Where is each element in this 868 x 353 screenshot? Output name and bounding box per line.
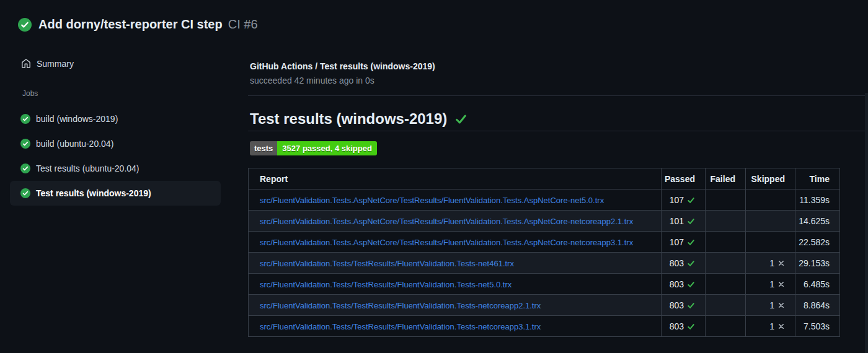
column-header-failed: Failed	[706, 168, 746, 190]
home-icon	[21, 59, 31, 69]
sidebar-job-4[interactable]: Test results (windows-2019)	[10, 181, 221, 206]
table-header-row: ReportPassedFailedSkippedTime	[249, 168, 840, 190]
check-run-subtitle: succeeded 42 minutes ago in 0s	[250, 76, 374, 85]
passed-cell: 803	[662, 316, 706, 337]
skipped-cell: 1	[746, 274, 795, 295]
failed-cell	[706, 190, 746, 211]
job-label: Test results (windows-2019)	[36, 188, 151, 198]
skipped-count: 1	[769, 258, 785, 268]
job-label: build (windows-2019)	[36, 114, 118, 124]
report-cell: src/FluentValidation.Tests/TestResults/F…	[249, 253, 662, 274]
failed-cell	[706, 211, 746, 232]
run-title-group: Add dorny/test-reporter CI step CI #6	[38, 17, 258, 32]
run-title: Add dorny/test-reporter CI step	[38, 17, 223, 32]
check-icon	[687, 259, 695, 268]
passed-count: 803	[670, 279, 695, 289]
skipped-cell	[746, 190, 795, 211]
passed-number: 107	[670, 237, 684, 247]
report-link[interactable]: src/FluentValidation.Tests.AspNetCore/Te…	[260, 196, 604, 205]
skipped-count: 1	[769, 279, 785, 289]
skipped-cell: 1	[746, 253, 795, 274]
check-circle-icon	[20, 114, 30, 124]
report-cell: src/FluentValidation.Tests/TestResults/F…	[249, 295, 662, 316]
section-heading: Test results (windows-2019)	[250, 110, 467, 128]
report-cell: src/FluentValidation.Tests/TestResults/F…	[249, 274, 662, 295]
time-cell: 11.359s	[795, 190, 840, 211]
test-results-table: ReportPassedFailedSkippedTime src/Fluent…	[248, 168, 840, 337]
passed-number: 101	[670, 216, 684, 226]
passed-number: 803	[670, 300, 684, 310]
time-cell: 22.582s	[795, 232, 840, 253]
check-icon	[687, 281, 695, 289]
time-cell: 7.503s	[795, 316, 840, 337]
failed-cell	[706, 316, 746, 337]
table-row: src/FluentValidation.Tests/TestResults/F…	[249, 253, 840, 274]
table-row: src/FluentValidation.Tests/TestResults/F…	[249, 274, 840, 295]
report-cell: src/FluentValidation.Tests.AspNetCore/Te…	[249, 211, 662, 232]
check-icon	[687, 238, 695, 246]
failed-cell	[706, 232, 746, 253]
passed-number: 107	[670, 195, 684, 205]
divider	[248, 95, 865, 96]
passed-count: 803	[670, 258, 695, 268]
passed-cell: 803	[662, 295, 706, 316]
sidebar-job-2[interactable]: build (ubuntu-20.04)	[10, 131, 221, 156]
run-number: CI #6	[228, 17, 258, 32]
x-icon	[777, 281, 785, 288]
report-link[interactable]: src/FluentValidation.Tests/TestResults/F…	[260, 259, 514, 268]
time-cell: 8.864s	[795, 295, 840, 316]
passed-count: 101	[670, 216, 695, 226]
check-icon	[687, 196, 695, 204]
report-link[interactable]: src/FluentValidation.Tests/TestResults/F…	[260, 280, 512, 289]
tests-badge: tests 3527 passed, 4 skipped	[250, 141, 377, 155]
check-icon	[687, 217, 695, 225]
badge-label: tests	[250, 141, 277, 155]
check-icon	[687, 323, 695, 331]
passed-cell: 107	[662, 190, 706, 211]
failed-cell	[706, 274, 746, 295]
column-header-time: Time	[795, 168, 840, 190]
failed-cell	[706, 295, 746, 316]
failed-cell	[706, 253, 746, 274]
passed-cell: 803	[662, 274, 706, 295]
check-icon	[687, 302, 695, 310]
skipped-number: 1	[769, 321, 774, 331]
x-icon	[777, 323, 785, 330]
column-header-passed: Passed	[662, 168, 706, 190]
summary-label: Summary	[37, 59, 74, 69]
check-circle-icon	[20, 188, 30, 198]
job-list: build (windows-2019)build (ubuntu-20.04)…	[10, 107, 221, 206]
sidebar-item-summary[interactable]: Summary	[21, 59, 74, 69]
report-link[interactable]: src/FluentValidation.Tests.AspNetCore/Te…	[260, 217, 633, 226]
skipped-cell	[746, 232, 795, 253]
column-header-report: Report	[249, 168, 662, 190]
badge-value: 3527 passed, 4 skipped	[277, 141, 377, 155]
passed-number: 803	[670, 321, 684, 331]
time-cell: 6.485s	[795, 274, 840, 295]
passed-count: 803	[670, 300, 695, 310]
time-cell: 29.153s	[795, 253, 840, 274]
skipped-number: 1	[769, 279, 774, 289]
section-title: Test results (windows-2019)	[250, 110, 447, 128]
job-label: build (ubuntu-20.04)	[36, 139, 113, 149]
check-icon	[454, 113, 467, 126]
table-row: src/FluentValidation.Tests/TestResults/F…	[249, 295, 840, 316]
sidebar-job-1[interactable]: build (windows-2019)	[10, 107, 221, 131]
check-circle-icon	[20, 163, 30, 173]
skipped-cell: 1	[746, 295, 795, 316]
sidebar-job-3[interactable]: Test results (ubuntu-20.04)	[10, 156, 221, 181]
report-link[interactable]: src/FluentValidation.Tests/TestResults/F…	[260, 322, 541, 331]
table-row: src/FluentValidation.Tests.AspNetCore/Te…	[249, 232, 840, 253]
passed-number: 803	[670, 258, 684, 268]
check-run-title: GitHub Actions / Test results (windows-2…	[250, 61, 435, 71]
x-icon	[777, 259, 785, 267]
report-link[interactable]: src/FluentValidation.Tests/TestResults/F…	[260, 301, 541, 310]
check-circle-icon	[20, 139, 30, 149]
skipped-number: 1	[769, 300, 774, 310]
scrollbar[interactable]	[865, 93, 868, 353]
x-icon	[777, 302, 785, 309]
report-cell: src/FluentValidation.Tests.AspNetCore/Te…	[249, 232, 662, 253]
table-row: src/FluentValidation.Tests/TestResults/F…	[249, 316, 840, 337]
skipped-cell	[746, 211, 795, 232]
report-link[interactable]: src/FluentValidation.Tests.AspNetCore/Te…	[260, 238, 633, 247]
